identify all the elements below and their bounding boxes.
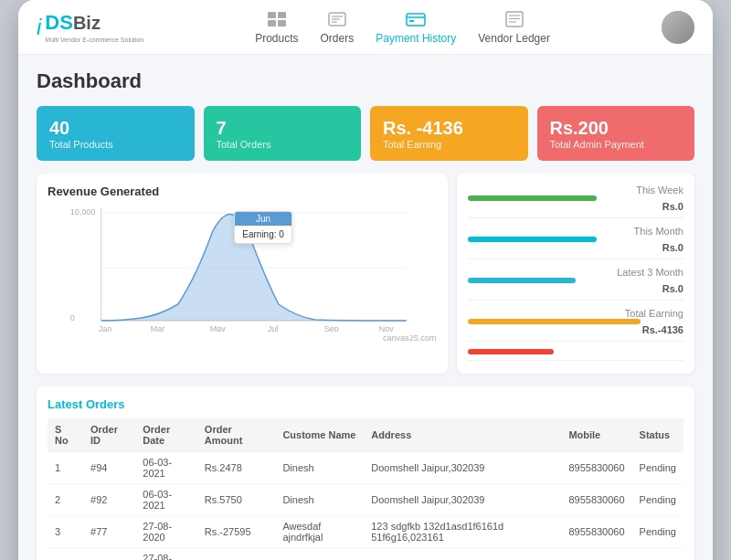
table-row: 2#9206-03-2021Rs.5750DineshDoomshell Jai… <box>48 484 683 516</box>
app-frame: i DSBiz Multi Vendor E-commerce Solution… <box>18 0 713 560</box>
3-month-bar <box>468 278 576 283</box>
cell-address: Doomshell Jaipur,302039 <box>364 484 561 516</box>
earning-3-month: Latest 3 Month Rs.0 <box>468 267 683 301</box>
stat-orders-value: 7 <box>217 117 349 139</box>
logo: i DSBiz Multi Vendor E-commerce Solution <box>37 11 143 43</box>
orders-title-highlight: Orders <box>86 397 125 411</box>
nav-vendor-ledger-label: Vendor Ledger <box>478 32 550 45</box>
cell-mobile: 8955830060 <box>561 548 631 561</box>
cell-order_id: #92 <box>83 484 135 516</box>
chart-tooltip-month: Jun <box>235 212 291 226</box>
cell-status: Pending <box>632 484 683 516</box>
svg-rect-3 <box>278 20 286 26</box>
chart-area: 10,000 0 <box>48 204 437 332</box>
avatar[interactable] <box>662 11 694 44</box>
nav-payment-history-label: Payment History <box>376 32 456 45</box>
svg-text:Sep: Sep <box>324 324 339 332</box>
svg-rect-1 <box>278 12 286 18</box>
svg-rect-2 <box>268 20 276 26</box>
this-month-bar <box>468 237 598 242</box>
this-week-value: Rs.0 <box>468 201 683 212</box>
stat-total-orders: 7 Total Orders <box>204 106 362 161</box>
orders-icon <box>324 9 350 29</box>
payment-history-icon <box>403 9 429 29</box>
cell-order_date: 06-03-2021 <box>135 484 197 516</box>
earnings-panel: This Week Rs.0 This Month Rs.0 <box>457 174 694 374</box>
cell-status: Pending <box>632 516 683 548</box>
this-week-bar <box>468 195 598 201</box>
cell-sno: 4 <box>48 548 83 561</box>
cell-sno: 3 <box>48 516 83 548</box>
main-content: Dashboard 40 Total Products 7 Total Orde… <box>18 55 713 560</box>
chart-title: Revenue Generated <box>48 185 437 198</box>
this-week-label: This Week <box>468 185 683 195</box>
svg-text:Mar: Mar <box>151 324 165 332</box>
svg-text:Jan: Jan <box>99 324 112 332</box>
stat-orders-label: Total Orders <box>217 139 349 150</box>
col-order-id: Order ID <box>83 418 135 452</box>
svg-rect-0 <box>268 12 276 18</box>
cell-status: Pending <box>632 548 683 561</box>
this-month-label: This Month <box>468 226 683 237</box>
orders-table-head: S No Order ID Order Date Order Amount Cu… <box>48 418 683 452</box>
nav-orders[interactable]: Orders <box>321 9 355 45</box>
vendor-ledger-icon <box>502 9 527 29</box>
cell-sno: 2 <box>48 484 83 516</box>
table-row: 1#9406-03-2021Rs.2478DineshDoomshell Jai… <box>48 452 683 484</box>
col-sno: S No <box>48 418 83 452</box>
svg-rect-10 <box>409 20 414 22</box>
cell-address: 123 sdgfkb 132d1asd1f6161d 51f6g16,02316… <box>364 516 561 548</box>
earning-this-month: This Month Rs.0 <box>468 226 683 259</box>
nav-vendor-ledger[interactable]: Vendor Ledger <box>478 9 550 45</box>
main-row: Revenue Generated 10,000 0 <box>37 174 694 374</box>
orders-panel-title: Latest Orders <box>48 397 683 411</box>
orders-header-row: S No Order ID Order Date Order Amount Cu… <box>48 418 683 452</box>
orders-panel: Latest Orders S No Order ID Order Date O… <box>37 386 694 560</box>
nav-payment-history[interactable]: Payment History <box>376 9 456 45</box>
table-row: 4#7527-08-2020Rs.-6899TestA2 Jpr89558300… <box>48 548 683 561</box>
cell-order_id: #94 <box>83 452 135 484</box>
cell-status: Pending <box>632 452 683 484</box>
stat-admin-value: Rs.200 <box>550 117 683 139</box>
nav-products-label: Products <box>255 32 298 45</box>
cell-mobile: 8955830060 <box>561 452 631 484</box>
products-icon <box>264 9 290 29</box>
3-month-label: Latest 3 Month <box>468 267 683 278</box>
cell-address: A2 Jpr <box>364 548 561 561</box>
cell-name: Awesdaf ajndrfkjal <box>275 516 364 548</box>
svg-text:0: 0 <box>70 313 75 322</box>
main-nav: Products Orders <box>255 9 550 45</box>
nav-products[interactable]: Products <box>255 9 298 45</box>
stat-products-label: Total Products <box>49 139 182 150</box>
avatar-image <box>662 11 694 44</box>
earning-this-week: This Week Rs.0 <box>468 185 683 218</box>
svg-text:10,000: 10,000 <box>70 207 96 217</box>
earning-red <box>468 349 683 361</box>
cell-amount: Rs.2478 <box>197 452 276 484</box>
orders-table: S No Order ID Order Date Order Amount Cu… <box>48 418 683 560</box>
stats-row: 40 Total Products 7 Total Orders Rs. -41… <box>37 106 694 161</box>
logo-tagline: Multi Vendor E-commerce Solution <box>45 37 143 43</box>
earnings-rows: This Week Rs.0 This Month Rs.0 <box>468 185 683 363</box>
red-bar-line <box>468 349 683 354</box>
earning-total: Total Earning Rs.-4136 <box>468 308 683 342</box>
chart-tooltip: Jun Earning: 0 <box>234 211 292 244</box>
chart-credit: canvasJS.com <box>48 333 437 343</box>
logo-i: i <box>37 15 41 40</box>
stat-admin-label: Total Admin Payment <box>550 139 683 150</box>
total-earning-value: Rs.-4136 <box>468 324 683 335</box>
cell-order_date: 06-03-2021 <box>135 452 197 484</box>
cell-order_date: 27-08-2020 <box>135 516 197 548</box>
cell-order_id: #77 <box>83 516 135 548</box>
3-month-value: Rs.0 <box>468 283 683 294</box>
cell-mobile: 8955830060 <box>561 516 631 548</box>
col-order-amount: Order Amount <box>197 418 276 452</box>
cell-amount: Rs.-27595 <box>197 516 276 548</box>
stat-admin-payment: Rs.200 Total Admin Payment <box>537 106 695 161</box>
svg-rect-8 <box>407 14 425 26</box>
svg-text:Nov: Nov <box>379 324 395 332</box>
cell-amount: Rs.-6899 <box>197 548 276 561</box>
total-earning-bar <box>468 319 641 324</box>
cell-mobile: 8955830060 <box>561 484 631 516</box>
logo-ds: DS <box>45 11 73 34</box>
